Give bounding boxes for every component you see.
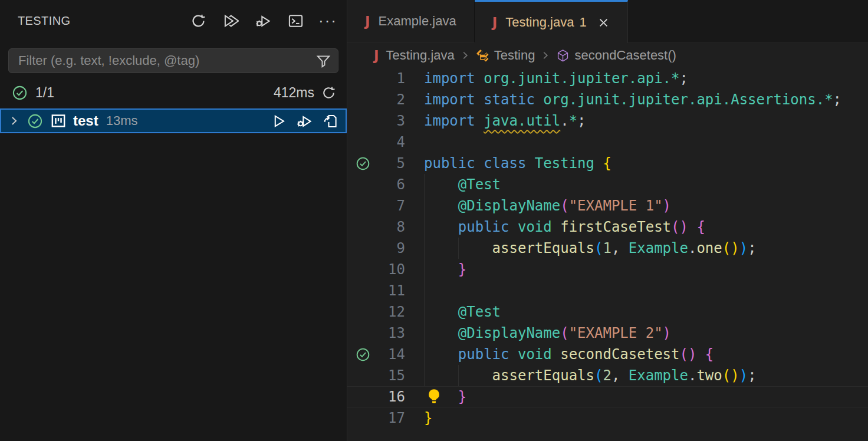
code-token: ) bbox=[739, 240, 748, 256]
line-number[interactable]: 13 bbox=[378, 322, 405, 344]
line-number[interactable]: 7 bbox=[378, 195, 405, 216]
code-line-content[interactable]: public void firstCaseTest() { bbox=[424, 216, 868, 238]
breadcrumb-file[interactable]: J Testing.java bbox=[374, 48, 455, 63]
code-token: @DisplayName bbox=[458, 198, 560, 214]
filter-funnel-icon[interactable] bbox=[316, 54, 331, 68]
code-line[interactable]: 12 @Test bbox=[347, 301, 868, 322]
test-passed-gutter-icon[interactable] bbox=[356, 347, 370, 362]
indent-guide bbox=[424, 174, 425, 195]
run-test-icon[interactable] bbox=[271, 113, 287, 129]
code-token: import bbox=[424, 70, 475, 87]
code-line[interactable]: 14 public void secondCasetest() { bbox=[347, 344, 868, 365]
code-line[interactable]: 16 } bbox=[347, 386, 868, 407]
gutter-glyph-margin[interactable] bbox=[347, 153, 378, 174]
run-all-tests-icon[interactable] bbox=[222, 12, 239, 29]
code-line-content[interactable]: assertEquals(2, Example.two()); bbox=[424, 365, 868, 386]
debug-test-icon[interactable] bbox=[297, 113, 313, 129]
indent-guide bbox=[424, 216, 425, 238]
code-line[interactable]: 6 @Test bbox=[347, 174, 868, 195]
indent-guide bbox=[424, 322, 425, 344]
gutter-glyph-margin bbox=[347, 110, 378, 131]
refresh-tests-icon[interactable] bbox=[190, 12, 206, 29]
test-item-row[interactable]: test 13ms bbox=[0, 108, 347, 133]
line-number[interactable]: 15 bbox=[378, 365, 405, 386]
lightbulb-icon[interactable] bbox=[425, 388, 443, 406]
code-line-content[interactable] bbox=[424, 280, 868, 301]
line-number[interactable]: 4 bbox=[378, 131, 405, 153]
code-token: secondCasetest bbox=[560, 346, 679, 363]
test-filter-input[interactable] bbox=[18, 53, 316, 68]
code-line[interactable]: 17} bbox=[347, 407, 868, 429]
rerun-icon[interactable] bbox=[321, 85, 336, 100]
line-number[interactable]: 17 bbox=[378, 407, 405, 429]
chevron-right-icon[interactable] bbox=[8, 115, 20, 127]
code-line[interactable]: 3import java.util.*; bbox=[347, 110, 868, 131]
breadcrumb-method[interactable]: secondCasetest() bbox=[556, 48, 676, 63]
line-number[interactable]: 8 bbox=[378, 216, 405, 238]
code-line-content[interactable]: public class Testing { bbox=[424, 153, 868, 174]
code-line[interactable]: 8 public void firstCaseTest() { bbox=[347, 216, 868, 238]
line-number[interactable]: 14 bbox=[378, 344, 405, 365]
code-line-content[interactable]: import java.util.*; bbox=[424, 110, 868, 131]
code-line-content[interactable]: } bbox=[424, 386, 868, 407]
debug-tests-icon[interactable] bbox=[255, 12, 271, 29]
code-token bbox=[526, 155, 534, 172]
code-token: * bbox=[569, 113, 577, 129]
code-line[interactable]: 15 assertEquals(2, Example.two()); bbox=[347, 365, 868, 386]
code-token: Example bbox=[629, 367, 688, 384]
code-token: ; bbox=[680, 70, 688, 87]
test-passed-gutter-icon[interactable] bbox=[356, 156, 370, 171]
code-line[interactable]: 4 bbox=[347, 131, 868, 153]
gutter-glyph-margin[interactable] bbox=[347, 344, 378, 365]
line-number[interactable]: 16 bbox=[378, 386, 405, 407]
code-token bbox=[620, 367, 628, 384]
code-token: { bbox=[696, 219, 705, 235]
code-token: () bbox=[722, 367, 739, 384]
code-line-content[interactable]: @Test bbox=[424, 301, 868, 322]
total-duration: 412ms bbox=[274, 85, 314, 101]
show-test-output-icon[interactable] bbox=[287, 12, 304, 29]
code-line[interactable]: 5public class Testing { bbox=[347, 153, 868, 174]
line-number[interactable]: 3 bbox=[378, 110, 405, 131]
line-number[interactable]: 1 bbox=[378, 68, 405, 89]
line-number[interactable]: 11 bbox=[378, 280, 405, 301]
code-token bbox=[424, 176, 458, 193]
code-line[interactable]: 13 @DisplayName("EXAMPLE 2") bbox=[347, 322, 868, 344]
code-token: () bbox=[722, 240, 739, 256]
line-number[interactable]: 2 bbox=[378, 89, 405, 110]
line-number[interactable]: 5 bbox=[378, 153, 405, 174]
code-line-content[interactable]: @Test bbox=[424, 174, 868, 195]
code-line-content[interactable]: public void secondCasetest() { bbox=[424, 344, 868, 365]
code-line-content[interactable]: } bbox=[424, 407, 868, 429]
code-line[interactable]: 2import static org.junit.jupiter.api.Ass… bbox=[347, 89, 868, 110]
breadcrumb-class[interactable]: Testing bbox=[476, 48, 535, 63]
code-line-content[interactable]: import org.junit.jupiter.api.*; bbox=[424, 68, 868, 89]
line-number[interactable]: 10 bbox=[378, 259, 405, 280]
line-number[interactable]: 12 bbox=[378, 301, 405, 322]
line-number[interactable]: 9 bbox=[378, 238, 405, 259]
code-token: ) bbox=[663, 325, 671, 341]
go-to-test-icon[interactable] bbox=[323, 113, 338, 129]
code-token bbox=[552, 219, 560, 235]
code-line-content[interactable]: @DisplayName("EXAMPLE 1") bbox=[424, 195, 868, 216]
code-line[interactable]: 1import org.junit.jupiter.api.*; bbox=[347, 68, 868, 89]
tab-testing-java[interactable]: J Testing.java 1 bbox=[475, 0, 628, 43]
code-line-content[interactable]: assertEquals(1, Example.one()); bbox=[424, 238, 868, 259]
tab-example-java[interactable]: J Example.java bbox=[347, 0, 475, 42]
close-icon[interactable] bbox=[597, 17, 610, 29]
code-line-content[interactable] bbox=[424, 131, 868, 153]
code-line[interactable]: 10 } bbox=[347, 259, 868, 280]
code-line-content[interactable]: import static org.junit.jupiter.api.Asse… bbox=[424, 89, 868, 110]
code-token: Example bbox=[629, 240, 688, 256]
tab-label: Example.java bbox=[379, 14, 456, 29]
code-line-content[interactable]: } bbox=[424, 259, 868, 280]
line-number[interactable]: 6 bbox=[378, 174, 405, 195]
code-line[interactable]: 7 @DisplayName("EXAMPLE 1") bbox=[347, 195, 868, 216]
code-line[interactable]: 11 bbox=[347, 280, 868, 301]
code-line[interactable]: 9 assertEquals(1, Example.one()); bbox=[347, 238, 868, 259]
code-line-content[interactable]: @DisplayName("EXAMPLE 2") bbox=[424, 322, 868, 344]
code-token: } bbox=[424, 410, 432, 426]
more-actions-icon[interactable]: ··· bbox=[320, 12, 336, 29]
gutter-glyph-margin bbox=[347, 322, 378, 344]
code-area[interactable]: 1import org.junit.jupiter.api.*;2import … bbox=[347, 68, 868, 441]
